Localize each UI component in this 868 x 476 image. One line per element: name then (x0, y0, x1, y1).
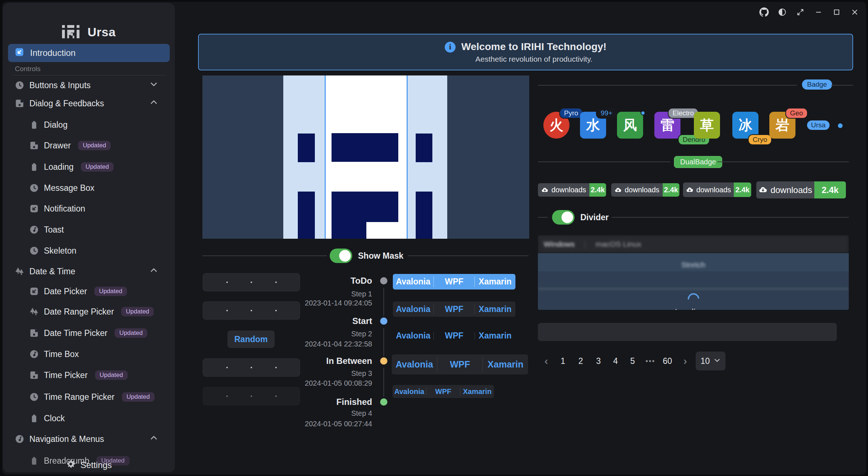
sidebar-item-introduction[interactable]: Introduction (8, 44, 170, 62)
group-button-wpf[interactable]: WPF (427, 385, 460, 398)
logo-glyph-block (416, 192, 432, 239)
timeline-time: 2024-01-04 22:32:58 (263, 340, 372, 348)
sidebar-item-navigation-menus[interactable]: Navigation & Menus (15, 431, 168, 447)
dual-badge-value: 2.4k (814, 181, 846, 198)
sidebar-item-label: Dialog (44, 120, 67, 130)
group-button-avalonia[interactable]: Avalonia (393, 301, 433, 317)
group-button-xamarin[interactable]: Xamarin (483, 354, 528, 374)
page-button-60[interactable]: 60 (663, 356, 672, 366)
tile-character: 冰 (739, 116, 752, 135)
date-input-separator (226, 310, 228, 311)
close-icon[interactable] (848, 5, 861, 19)
fullscreen-icon[interactable] (794, 5, 807, 19)
sidebar-item-dialog[interactable]: Dialog (29, 116, 168, 133)
group-button-avalonia[interactable]: Avalonia (392, 385, 426, 398)
app-logo: Ursa (3, 24, 175, 40)
sidebar-item-skeleton[interactable]: Skeleton (29, 242, 168, 259)
sidebar-item-date-time[interactable]: Date & Time (15, 263, 168, 280)
group-button-avalonia[interactable]: Avalonia (392, 354, 437, 374)
page-ellipsis: ••• (645, 357, 655, 365)
group-button-wpf[interactable]: WPF (434, 274, 474, 290)
sidebar-item-buttons-inputs[interactable]: Buttons & Inputs (15, 77, 168, 94)
sidebar-item-date-picker[interactable]: Date PickerUpdated (29, 283, 168, 300)
updated-badge: Updated (122, 392, 155, 402)
date-input[interactable] (203, 273, 300, 291)
group-button-avalonia[interactable]: Avalonia (393, 274, 433, 290)
updated-badge: Updated (115, 328, 147, 338)
group-button-avalonia[interactable]: Avalonia (393, 329, 433, 342)
page-button-4[interactable]: 4 (613, 356, 618, 366)
page-button-5[interactable]: 5 (630, 356, 635, 366)
loading-spinner-icon (685, 291, 702, 307)
button-group: AvaloniaWPFXamarin (392, 385, 494, 398)
page-button-3[interactable]: 3 (596, 356, 601, 366)
note-icon (29, 349, 39, 359)
sidebar-item-date-range-picker[interactable]: Date Range PickerUpdated (29, 303, 168, 320)
date-input-separator (275, 367, 277, 368)
group-button-xamarin[interactable]: Xamarin (475, 274, 515, 290)
updated-badge: Updated (94, 287, 127, 296)
show-mask-toggle[interactable] (330, 249, 352, 263)
group-button-xamarin[interactable]: Xamarin (460, 385, 494, 398)
divider-line (831, 85, 853, 86)
sidebar-item-label: Skeleton (44, 246, 77, 256)
maximize-icon[interactable] (830, 5, 843, 19)
sidebar-item-dialog-feedbacks[interactable]: Dialog & Feedbacks (15, 95, 168, 112)
timeline-line (383, 368, 384, 397)
group-button-wpf[interactable]: WPF (434, 301, 474, 317)
button-group: AvaloniaWPFXamarin (392, 354, 528, 374)
sidebar-item-time-picker[interactable]: Time PickerUpdated (29, 367, 168, 383)
page-size-select[interactable]: 10 (696, 352, 725, 370)
settings-label: Settings (81, 460, 112, 470)
page-next-button[interactable]: › (683, 355, 687, 367)
tab-macos-linux[interactable]: macOS Linux (596, 240, 641, 249)
minimize-icon[interactable] (812, 5, 825, 19)
sidebar-item-label: Loading (44, 162, 74, 172)
chevron-down-icon (149, 80, 158, 91)
timeline-time: 2024-01-05 00:08:29 (263, 379, 372, 387)
app-root: { "window": { "controls": [ {"icon": "gi… (0, 0, 868, 476)
ursa-logo-icon (62, 24, 81, 40)
updated-badge: Updated (95, 370, 128, 380)
timeline-dot (380, 398, 387, 406)
dual-badge-value: 2.4k (663, 183, 679, 197)
group-button-wpf[interactable]: WPF (437, 354, 483, 374)
date-input[interactable] (203, 387, 300, 405)
sidebar-item-loading[interactable]: LoadingUpdated (29, 159, 168, 175)
group-button-xamarin[interactable]: Xamarin (475, 301, 515, 317)
window-edge (866, 0, 868, 476)
sidebar-item-label: Time Picker (44, 370, 88, 380)
sidebar-item-clock[interactable]: Clock (29, 410, 168, 427)
loading-overlay: Loading... (538, 271, 849, 310)
settings-button[interactable]: Settings (3, 457, 175, 472)
github-icon[interactable] (757, 5, 770, 19)
sidebar-item-notification[interactable]: Notification (29, 200, 168, 217)
theme-toggle-icon[interactable] (776, 5, 789, 19)
badge-demo-tile: 风 (617, 112, 643, 139)
sidebar-item-label: Message Box (44, 183, 94, 193)
floppy-icon (15, 99, 24, 108)
sidebar-item-toast[interactable]: Toast (29, 221, 168, 238)
badge-pill-99-: 99+ (596, 108, 617, 119)
timeline-dot (380, 317, 387, 325)
logo-glyph-block (298, 134, 315, 162)
sidebar-item-message-box[interactable]: Message Box (29, 180, 168, 196)
page-button-2[interactable]: 2 (579, 356, 583, 366)
sidebar: Ursa Introduction Controls Buttons & Inp… (3, 3, 175, 472)
divider-line (538, 217, 548, 218)
sidebar-item-drawer[interactable]: DrawerUpdated (29, 137, 168, 154)
tab-windows[interactable]: Windows (544, 240, 575, 249)
group-button-wpf[interactable]: WPF (434, 329, 474, 342)
sidebar-item-time-box[interactable]: Time Box (29, 346, 168, 362)
sidebar-item-label: Time Range Picker (44, 392, 115, 402)
sidebar-item-date-time-picker[interactable]: Date Time PickerUpdated (29, 325, 168, 341)
page-prev-button[interactable]: ‹ (544, 355, 548, 367)
page-button-1[interactable]: 1 (561, 356, 565, 366)
stretch-label: Stretch (538, 260, 849, 269)
sidebar-item-time-range-picker[interactable]: Time Range PickerUpdated (29, 389, 168, 405)
divider-toggle[interactable] (552, 210, 575, 225)
group-button-xamarin[interactable]: Xamarin (475, 329, 515, 342)
timeline-time: 2023-01-14 09:24:05 (263, 299, 372, 307)
timeline-dot (380, 277, 387, 284)
text-input[interactable] (538, 323, 837, 341)
